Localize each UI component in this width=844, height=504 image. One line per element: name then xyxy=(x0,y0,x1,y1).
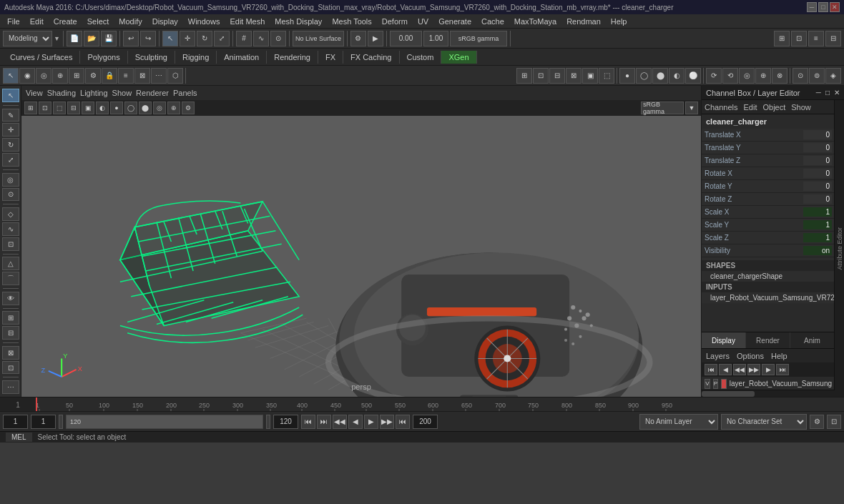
menu-rendman[interactable]: Rendman xyxy=(562,16,605,27)
attr-translate-z[interactable]: Translate Z 0 xyxy=(702,154,835,167)
cb-menu-show[interactable]: Show xyxy=(791,103,811,112)
tab-animation[interactable]: Animation xyxy=(217,51,267,64)
paint-btn[interactable]: ✎ xyxy=(2,109,19,122)
tab-rendering[interactable]: Rendering xyxy=(267,51,318,64)
cb-menu-edit[interactable]: Edit xyxy=(743,103,757,112)
paint-select-btn[interactable]: ⊡ xyxy=(2,237,19,251)
select-mode-btn[interactable]: ↖ xyxy=(2,89,19,102)
menu-edit[interactable]: Edit xyxy=(26,16,48,27)
scale-palette-btn[interactable]: ⤢ xyxy=(2,153,19,167)
layer-ctrl-6[interactable]: ⏭ xyxy=(776,364,789,375)
cb-maximize-icon[interactable]: □ xyxy=(825,89,830,97)
vp-menu-renderer[interactable]: Renderer xyxy=(136,89,169,97)
scale-tool-btn[interactable]: ⤢ xyxy=(214,31,230,46)
tb2-btn1[interactable]: ↖ xyxy=(3,68,19,84)
no-live-surface-btn[interactable]: No Live Surface xyxy=(293,31,344,46)
layer-color-swatch[interactable] xyxy=(721,379,727,389)
menu-file[interactable]: File xyxy=(3,16,24,27)
play-back-btn[interactable]: ◀ xyxy=(348,415,363,429)
prefs-btn-2[interactable]: ⊡ xyxy=(827,415,841,429)
frame-sel-btn[interactable]: ⊟ xyxy=(2,326,19,340)
tb2-icon4[interactable]: ⊕ xyxy=(755,68,771,84)
lasso-btn[interactable]: ∿ xyxy=(2,222,19,236)
vp-tb-9[interactable]: ⬤ xyxy=(139,102,152,114)
misc3-btn[interactable]: ⋯ xyxy=(2,380,19,394)
attr-scale-z[interactable]: Scale Z 1 xyxy=(702,232,835,244)
menu-modify[interactable]: Modify xyxy=(114,16,146,27)
snap-grid-btn[interactable]: # xyxy=(236,31,252,46)
tb2-vp2[interactable]: ⊡ xyxy=(533,68,549,84)
vp-tb-11[interactable]: ⊕ xyxy=(167,102,180,114)
render-settings-btn[interactable]: ⚙ xyxy=(350,31,366,46)
attr-translate-x[interactable]: Translate X 0 xyxy=(702,129,835,142)
move-tool-btn[interactable]: ✛ xyxy=(180,31,195,46)
cb-minimize-icon[interactable]: ─ xyxy=(816,89,821,97)
vp-menu-show[interactable]: Show xyxy=(112,89,132,97)
icon-btn-4[interactable]: ⊟ xyxy=(825,31,841,46)
cb-tab-anim[interactable]: Anim xyxy=(790,332,835,348)
misc2-btn[interactable]: ⊡ xyxy=(2,361,19,375)
tb2-btn3[interactable]: ◎ xyxy=(36,68,51,84)
workspace-dropdown[interactable]: Modeling xyxy=(3,31,52,46)
menu-windows[interactable]: Windows xyxy=(184,16,225,27)
attr-visibility[interactable]: Visibility on xyxy=(702,244,835,257)
step-back-btn[interactable]: ◀◀ xyxy=(333,415,347,429)
right-panel-scrollbar[interactable] xyxy=(702,390,835,397)
save-btn[interactable]: 💾 xyxy=(101,31,117,46)
attr-rotate-z[interactable]: Rotate Z 0 xyxy=(702,193,835,206)
anim-end-input[interactable] xyxy=(273,415,298,429)
magnet-btn[interactable]: ⊙ xyxy=(2,188,19,202)
value-field2[interactable]: 1.00 xyxy=(423,31,448,46)
vp-tb-4[interactable]: ⊟ xyxy=(67,102,80,114)
tab-curves-surfaces[interactable]: Curves / Surfaces xyxy=(3,51,80,64)
tb2-icon1[interactable]: ⟳ xyxy=(706,68,722,84)
tb2-shading3[interactable]: ⬤ xyxy=(652,68,668,84)
current-frame-input[interactable] xyxy=(31,415,56,429)
tb2-btn5[interactable]: ⊞ xyxy=(69,68,84,84)
show-hide-btn[interactable]: 👁 xyxy=(2,292,19,305)
tb2-btn11[interactable]: ⬡ xyxy=(167,68,183,84)
range-bar[interactable]: 120 xyxy=(66,415,263,429)
vp-tb-8[interactable]: ◯ xyxy=(124,102,137,114)
attribute-editor-tab[interactable]: Attribute Editor xyxy=(834,100,844,397)
tb2-btn2[interactable]: ◉ xyxy=(19,68,35,84)
layer-ctrl-5[interactable]: ▶ xyxy=(762,364,775,375)
menu-meshtools[interactable]: Mesh Tools xyxy=(328,16,376,27)
value-field[interactable]: 0.00 xyxy=(390,31,422,46)
maximize-button[interactable]: □ xyxy=(818,2,828,12)
tb2-icon2[interactable]: ⟲ xyxy=(722,68,738,84)
play-fwd-btn[interactable]: ▶ xyxy=(364,415,378,429)
cb-layer-menu-layers[interactable]: Layers xyxy=(706,352,730,360)
attr-rotate-y[interactable]: Rotate Y 0 xyxy=(702,180,835,193)
tb2-btn8[interactable]: ≡ xyxy=(118,68,134,84)
soft-select-btn[interactable]: ◇ xyxy=(2,207,19,221)
range-start-handle[interactable] xyxy=(59,415,63,429)
redo-btn[interactable]: ↪ xyxy=(140,31,156,46)
misc1-btn[interactable]: ⊠ xyxy=(2,346,19,360)
tab-xgen[interactable]: XGen xyxy=(441,51,476,64)
tb2-shading1[interactable]: ● xyxy=(619,68,635,84)
tab-sculpting[interactable]: Sculpting xyxy=(128,51,175,64)
tb2-vp3[interactable]: ⊟ xyxy=(549,68,565,84)
cb-close-icon[interactable]: ✕ xyxy=(834,89,840,97)
undo-btn[interactable]: ↩ xyxy=(123,31,139,46)
icon-btn-1[interactable]: ⊞ xyxy=(774,31,790,46)
tb2-btn9[interactable]: ⊠ xyxy=(134,68,150,84)
step-fwd-btn[interactable]: ▶▶ xyxy=(380,415,394,429)
tb2-vp5[interactable]: ▣ xyxy=(582,68,598,84)
tb2-icon8[interactable]: ◈ xyxy=(825,68,841,84)
frame-all-btn[interactable]: ⊞ xyxy=(2,311,19,325)
tb2-vp1[interactable]: ⊞ xyxy=(516,68,532,84)
vp-tb-5[interactable]: ▣ xyxy=(82,102,94,114)
tb2-icon7[interactable]: ⊚ xyxy=(809,68,825,84)
snap-btn[interactable]: ◎ xyxy=(2,173,19,187)
menu-display[interactable]: Display xyxy=(148,16,182,27)
prefs-btn-1[interactable]: ⚙ xyxy=(810,415,824,429)
tb2-btn7[interactable]: 🔒 xyxy=(102,68,117,84)
prev-key-btn[interactable]: ⏭ xyxy=(317,415,331,429)
viewport-canvas[interactable]: X Y Z persp xyxy=(21,116,701,397)
tb2-vp4[interactable]: ⊠ xyxy=(566,68,582,84)
vp-tb-7[interactable]: ● xyxy=(110,102,123,114)
select-tool-btn[interactable]: ↖ xyxy=(162,31,178,46)
max-frame-input[interactable] xyxy=(413,415,438,429)
